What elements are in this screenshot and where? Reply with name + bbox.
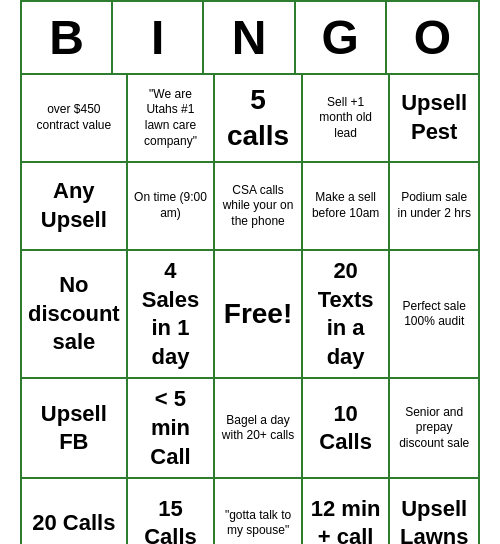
bingo-cell-13: 20 Texts in a day [303,251,391,379]
bingo-cell-22: "gotta talk to my spouse" [215,479,303,544]
bingo-cell-4: Upsell Pest [390,75,478,163]
bingo-cell-20: 20 Calls [22,479,128,544]
bingo-cell-17: Bagel a day with 20+ calls [215,379,303,479]
bingo-cell-0: over $450 contract value [22,75,128,163]
bingo-cell-8: Make a sell before 10am [303,163,391,251]
bingo-cell-11: 4 Sales in 1 day [128,251,216,379]
bingo-cell-21: 15 Calls [128,479,216,544]
bingo-cell-3: Sell +1 month old lead [303,75,391,163]
header-letter-o: O [387,2,478,73]
header-letter-g: G [296,2,387,73]
bingo-cell-9: Podium sale in under 2 hrs [390,163,478,251]
bingo-cell-1: "We are Utahs #1 lawn care company" [128,75,216,163]
bingo-cell-12: Free! [215,251,303,379]
header-letter-b: B [22,2,113,73]
bingo-cell-19: Senior and prepay discount sale [390,379,478,479]
bingo-cell-10: No discount sale [22,251,128,379]
bingo-cell-7: CSA calls while your on the phone [215,163,303,251]
bingo-card: BINGO over $450 contract value"We are Ut… [20,0,480,544]
bingo-header: BINGO [22,2,478,75]
bingo-cell-15: Upsell FB [22,379,128,479]
bingo-cell-16: < 5 min Call [128,379,216,479]
bingo-cell-5: Any Upsell [22,163,128,251]
header-letter-i: I [113,2,204,73]
bingo-cell-6: On time (9:00 am) [128,163,216,251]
bingo-cell-14: Perfect sale 100% audit [390,251,478,379]
bingo-cell-23: 12 min + call [303,479,391,544]
bingo-cell-2: 5 calls [215,75,303,163]
bingo-cell-18: 10 Calls [303,379,391,479]
bingo-cell-24: Upsell Lawns [390,479,478,544]
bingo-grid: over $450 contract value"We are Utahs #1… [22,75,478,544]
header-letter-n: N [204,2,295,73]
